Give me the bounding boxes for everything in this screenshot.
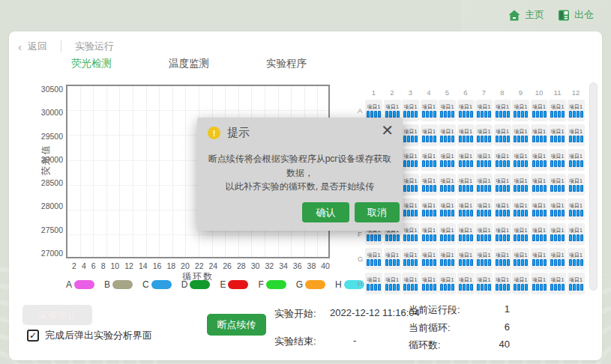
well-E5[interactable]: 项目1 xyxy=(439,198,456,220)
well-G6[interactable]: 项目1 xyxy=(457,248,475,270)
well-D3[interactable]: 项目1 xyxy=(402,174,419,195)
close-icon[interactable]: ✕ xyxy=(381,123,394,138)
well-H12[interactable]: 项目1 xyxy=(568,273,585,294)
well-D8[interactable]: 项目1 xyxy=(494,174,511,195)
well-C5[interactable]: 项目1 xyxy=(439,149,456,171)
well-B3[interactable]: 项目1 xyxy=(402,124,419,146)
well-C12[interactable]: 项目1 xyxy=(568,149,585,171)
tab-实验程序[interactable]: 实验程序 xyxy=(266,57,307,73)
well-D10[interactable]: 项目1 xyxy=(531,174,548,195)
well-D5[interactable]: 项目1 xyxy=(439,174,456,195)
well-E4[interactable]: 项目1 xyxy=(421,198,438,220)
well-A9[interactable]: 项目1 xyxy=(512,100,529,121)
well-E11[interactable]: 项目1 xyxy=(549,198,566,220)
well-F12[interactable]: 项目1 xyxy=(568,223,585,245)
well-A10[interactable]: 项目1 xyxy=(531,100,548,121)
well-H1[interactable]: 项目1 xyxy=(365,273,382,294)
home-button[interactable]: 主页 xyxy=(508,8,544,22)
cancel-button[interactable]: 取消 xyxy=(355,202,400,222)
well-G2[interactable]: 项目1 xyxy=(384,248,401,270)
well-C7[interactable]: 项目1 xyxy=(475,149,493,171)
well-A12[interactable]: 项目1 xyxy=(568,100,585,121)
well-D12[interactable]: 项目1 xyxy=(568,174,585,195)
well-H3[interactable]: 项目1 xyxy=(402,273,419,294)
well-D9[interactable]: 项目1 xyxy=(512,174,529,195)
well-H2[interactable]: 项目1 xyxy=(384,273,401,294)
well-F10[interactable]: 项目1 xyxy=(531,223,548,245)
well-H6[interactable]: 项目1 xyxy=(457,273,475,294)
well-G5[interactable]: 项目1 xyxy=(439,248,456,270)
well-segment xyxy=(393,234,396,241)
well-H10[interactable]: 项目1 xyxy=(531,273,548,294)
well-B11[interactable]: 项目1 xyxy=(549,124,566,146)
analysis-popup-checkbox[interactable]: ✓ xyxy=(27,330,39,342)
well-segment xyxy=(433,284,436,291)
well-C8[interactable]: 项目1 xyxy=(494,149,511,171)
well-B7[interactable]: 项目1 xyxy=(475,124,493,146)
well-E8[interactable]: 项目1 xyxy=(494,198,511,220)
well-F4[interactable]: 项目1 xyxy=(421,223,438,245)
well-C11[interactable]: 项目1 xyxy=(549,149,566,171)
well-G4[interactable]: 项目1 xyxy=(421,248,438,270)
well-F3[interactable]: 项目1 xyxy=(402,223,419,245)
back-button[interactable]: 返回 xyxy=(28,40,47,53)
well-G9[interactable]: 项目1 xyxy=(512,248,529,270)
well-F5[interactable]: 项目1 xyxy=(439,223,456,245)
well-G10[interactable]: 项目1 xyxy=(531,248,548,270)
well-B10[interactable]: 项目1 xyxy=(531,124,548,146)
well-G12[interactable]: 项目1 xyxy=(568,248,585,270)
well-G8[interactable]: 项目1 xyxy=(494,248,511,270)
well-C3[interactable]: 项目1 xyxy=(402,149,419,171)
well-E7[interactable]: 项目1 xyxy=(475,198,493,220)
well-E10[interactable]: 项目1 xyxy=(531,198,548,220)
exit-chamber-button[interactable]: 出仓 xyxy=(558,8,594,22)
well-B9[interactable]: 项目1 xyxy=(512,124,529,146)
well-E9[interactable]: 项目1 xyxy=(512,198,529,220)
well-B8[interactable]: 项目1 xyxy=(494,124,511,146)
well-B12[interactable]: 项目1 xyxy=(568,124,585,146)
wells-scrollbar[interactable] xyxy=(589,82,598,291)
well-H5[interactable]: 项目1 xyxy=(439,273,456,294)
well-A4[interactable]: 项目1 xyxy=(421,100,438,121)
well-H7[interactable]: 项目1 xyxy=(475,273,493,294)
well-H8[interactable]: 项目1 xyxy=(494,273,511,294)
resume-transfer-button[interactable]: 断点续传 xyxy=(207,314,266,336)
well-segment xyxy=(370,259,373,266)
well-D4[interactable]: 项目1 xyxy=(421,174,438,195)
well-B4[interactable]: 项目1 xyxy=(421,124,438,146)
well-H9[interactable]: 项目1 xyxy=(512,273,529,294)
well-F8[interactable]: 项目1 xyxy=(494,223,511,245)
well-F9[interactable]: 项目1 xyxy=(512,223,529,245)
well-C10[interactable]: 项目1 xyxy=(531,149,548,171)
well-H11[interactable]: 项目1 xyxy=(549,273,566,294)
well-C9[interactable]: 项目1 xyxy=(512,149,529,171)
well-G11[interactable]: 项目1 xyxy=(549,248,566,270)
well-E3[interactable]: 项目1 xyxy=(402,198,419,220)
well-A11[interactable]: 项目1 xyxy=(549,100,566,121)
abort-experiment-button[interactable]: 实验中止 xyxy=(22,305,92,325)
well-B6[interactable]: 项目1 xyxy=(457,124,475,146)
well-D6[interactable]: 项目1 xyxy=(457,174,475,195)
well-G1[interactable]: 项目1 xyxy=(365,248,382,270)
well-E12[interactable]: 项目1 xyxy=(568,198,585,220)
well-A7[interactable]: 项目1 xyxy=(475,100,493,121)
well-G3[interactable]: 项目1 xyxy=(402,248,419,270)
well-H4[interactable]: 项目1 xyxy=(421,273,438,294)
well-B5[interactable]: 项目1 xyxy=(439,124,456,146)
well-A3[interactable]: 项目1 xyxy=(402,100,419,121)
well-C6[interactable]: 项目1 xyxy=(457,149,475,171)
well-F7[interactable]: 项目1 xyxy=(475,223,493,245)
well-D11[interactable]: 项目1 xyxy=(549,174,566,195)
tab-温度监测[interactable]: 温度监测 xyxy=(169,57,209,73)
well-A5[interactable]: 项目1 xyxy=(439,100,456,121)
well-F6[interactable]: 项目1 xyxy=(457,223,475,245)
well-E6[interactable]: 项目1 xyxy=(457,198,475,220)
confirm-button[interactable]: 确认 xyxy=(302,202,349,222)
well-G7[interactable]: 项目1 xyxy=(475,248,493,270)
well-A6[interactable]: 项目1 xyxy=(457,100,475,121)
well-F11[interactable]: 项目1 xyxy=(549,223,566,245)
well-D7[interactable]: 项目1 xyxy=(475,174,493,195)
well-C4[interactable]: 项目1 xyxy=(421,149,438,171)
well-A8[interactable]: 项目1 xyxy=(494,100,511,121)
tab-荧光检测[interactable]: 荧光检测 xyxy=(71,57,112,73)
